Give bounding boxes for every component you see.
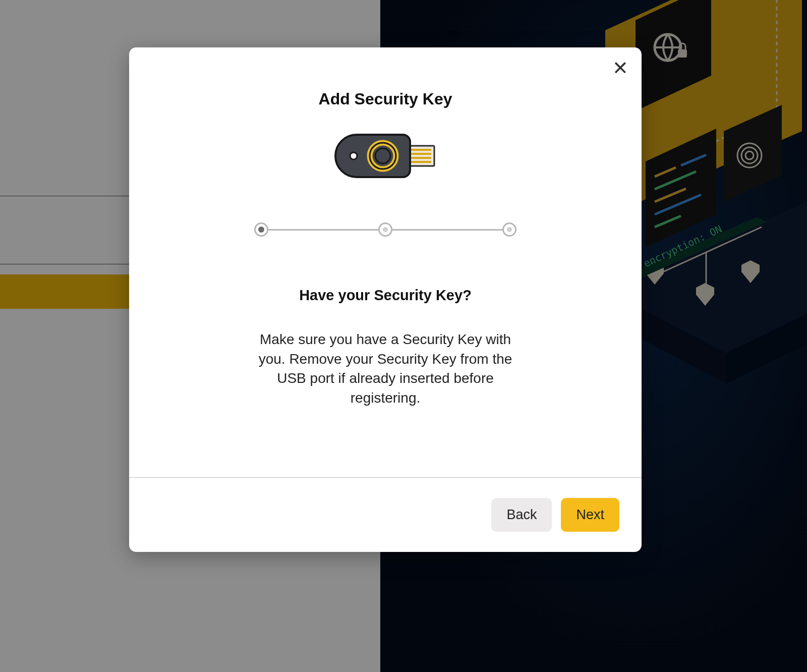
- next-button[interactable]: Next: [561, 498, 619, 532]
- dialog-header: Add Security Key: [129, 47, 642, 108]
- progress-stepper: [129, 222, 642, 237]
- security-key-icon: [129, 132, 642, 180]
- step-1-dot: [254, 222, 268, 237]
- step-connector: [392, 229, 502, 231]
- close-icon[interactable]: ✕: [612, 59, 628, 78]
- svg-rect-24: [411, 149, 431, 151]
- dialog-title: Add Security Key: [129, 90, 642, 108]
- back-button[interactable]: Back: [491, 498, 552, 532]
- step-3-dot: [502, 222, 516, 237]
- svg-rect-25: [411, 153, 431, 155]
- dialog-footer: Back Next: [129, 477, 642, 552]
- dialog-body: Have your Security Key? Make sure you ha…: [129, 287, 642, 477]
- svg-point-28: [350, 152, 357, 159]
- svg-rect-26: [411, 157, 431, 159]
- dialog-instruction-text: Make sure you have a Security Key with y…: [249, 330, 522, 408]
- add-security-key-dialog: ✕ Add Security Key Have your Secur: [129, 47, 642, 552]
- step-connector: [268, 229, 378, 231]
- svg-rect-27: [411, 161, 431, 163]
- step-2-dot: [378, 222, 392, 237]
- dialog-subheading: Have your Security Key?: [169, 287, 601, 304]
